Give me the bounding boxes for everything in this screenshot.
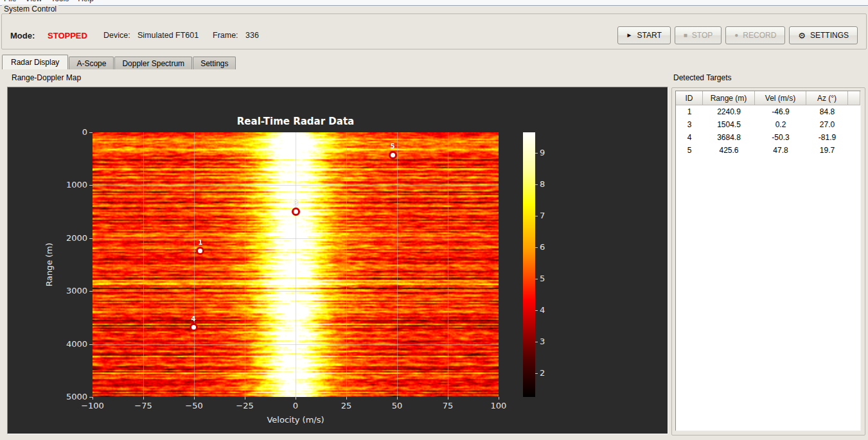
- column-header-range-m-[interactable]: Range (m): [703, 91, 755, 105]
- stop-button: ■STOP: [675, 26, 722, 44]
- target-marker-label: 3: [290, 200, 303, 207]
- x-tick: [499, 397, 499, 400]
- table-row[interactable]: 31504.50.227.0: [676, 118, 860, 131]
- menu-item-file[interactable]: File: [4, 0, 16, 3]
- table-cell: 425.6: [703, 144, 755, 157]
- y-tick: [89, 185, 93, 186]
- table-cell: 19.7: [806, 144, 848, 157]
- settings-button[interactable]: ⚙SETTINGS: [789, 26, 858, 44]
- menu-item-view[interactable]: View: [25, 0, 42, 3]
- mode-label: Mode:: [10, 31, 35, 40]
- x-tick-label: −25: [227, 401, 263, 410]
- target-marker-label: 1: [194, 239, 207, 246]
- tab-settings[interactable]: Settings: [193, 57, 236, 69]
- table-cell: -46.9: [755, 105, 806, 118]
- range-doppler-figure: Real-Time Radar Data Velocity (m/s) Rang…: [7, 87, 668, 434]
- record-icon: ●: [734, 32, 738, 39]
- menu-item-help[interactable]: Help: [78, 0, 94, 3]
- x-tick: [448, 397, 448, 400]
- tab-radar-display[interactable]: Radar Display: [2, 55, 68, 69]
- target-marker-4[interactable]: [190, 323, 198, 331]
- table-body: 12240.9-46.984.831504.50.227.043684.8-50…: [676, 105, 860, 157]
- system-control-group-label: System Control: [2, 4, 58, 13]
- colorbar-tick: [535, 342, 538, 342]
- colorbar-tick: [535, 184, 538, 185]
- table-cell: -50.3: [755, 131, 806, 144]
- x-tick-label: −100: [75, 401, 111, 410]
- x-tick: [397, 397, 398, 400]
- frame-label: Frame:: [213, 31, 238, 40]
- y-tick-label: 2000: [54, 233, 87, 243]
- table-cell: 1: [676, 105, 703, 118]
- y-tick-label: 3000: [54, 286, 87, 295]
- column-header-az-[interactable]: Az (°): [806, 91, 848, 105]
- record-button-label: RECORD: [743, 31, 776, 40]
- table-cell: 2240.9: [703, 105, 755, 118]
- tab-a-scope[interactable]: A-Scope: [69, 57, 114, 69]
- x-tick-label: −50: [176, 401, 212, 410]
- settings-icon: ⚙: [798, 31, 806, 40]
- device-label: Device:: [103, 31, 130, 40]
- colorbar-tick: [535, 247, 538, 248]
- tab-doppler-spectrum[interactable]: Doppler Spectrum: [114, 57, 192, 69]
- x-axis-label: Velocity (m/s): [93, 415, 499, 425]
- colorbar: [523, 132, 535, 397]
- target-marker-5[interactable]: [389, 151, 397, 159]
- table-cell: 5: [676, 144, 703, 157]
- colorbar-tick-label: 6: [540, 242, 545, 252]
- table-cell: 27.0: [806, 118, 848, 131]
- x-tick: [245, 397, 245, 400]
- menu-items: FileViewToolsHelp: [0, 0, 868, 3]
- y-tick: [89, 132, 93, 133]
- column-header-filler: [848, 91, 860, 105]
- y-tick-label: 0: [54, 127, 87, 137]
- y-tick-label: 5000: [54, 392, 87, 401]
- colorbar-tick: [535, 153, 538, 154]
- y-tick: [89, 344, 93, 345]
- table-cell: 47.8: [755, 144, 806, 157]
- y-axis-label: Range (m): [44, 243, 54, 286]
- table-row[interactable]: 12240.9-46.984.8: [676, 105, 860, 118]
- column-header-vel-m-s-[interactable]: Vel (m/s): [755, 91, 806, 105]
- x-tick: [143, 397, 144, 400]
- settings-button-label: SETTINGS: [810, 31, 849, 40]
- start-button[interactable]: ►START: [617, 26, 671, 44]
- table-row[interactable]: 43684.8-50.3-81.9: [676, 131, 860, 144]
- x-tick-label: 75: [430, 401, 466, 410]
- colorbar-tick-label: 3: [540, 337, 545, 346]
- y-tick-label: 1000: [54, 180, 87, 189]
- y-tick: [89, 397, 93, 398]
- table-row[interactable]: 5425.647.819.7: [676, 144, 860, 157]
- table-cell: 3: [676, 118, 703, 131]
- app-window: FileViewToolsHelp System Control Mode: S…: [0, 0, 868, 440]
- stop-button-label: STOP: [692, 31, 713, 40]
- table-cell: -81.9: [806, 131, 848, 144]
- start-icon: ►: [626, 32, 633, 39]
- range-doppler-map-label: Range-Doppler Map: [12, 73, 81, 82]
- start-button-label: START: [637, 31, 662, 40]
- table-cell: 3684.8: [703, 131, 755, 144]
- table-header-row: IDRange (m)Vel (m/s)Az (°): [676, 91, 860, 105]
- stop-icon: ■: [684, 32, 687, 39]
- colorbar-tick: [535, 216, 538, 216]
- y-tick: [89, 291, 93, 292]
- x-tick-label: −75: [125, 401, 161, 410]
- table-cell: 1504.5: [703, 118, 755, 131]
- detected-targets-label: Detected Targets: [673, 73, 732, 82]
- x-tick: [93, 397, 93, 400]
- control-buttons: ►START■STOP●RECORD⚙SETTINGS: [617, 26, 858, 44]
- colorbar-tick-label: 4: [540, 305, 545, 315]
- device-value: Simulated FT601: [137, 31, 199, 40]
- heatmap-canvas: [93, 132, 499, 397]
- menu-bar: FileViewToolsHelp: [0, 0, 868, 6]
- menu-item-tools[interactable]: Tools: [51, 0, 69, 3]
- colorbar-tick-label: 8: [540, 179, 545, 189]
- y-tick-label: 4000: [54, 339, 87, 349]
- column-header-id[interactable]: ID: [676, 91, 703, 105]
- x-tick-label: 25: [328, 401, 364, 410]
- target-marker-label: 5: [386, 143, 399, 150]
- colorbar-tick-label: 2: [540, 368, 545, 378]
- table-cell: 84.8: [806, 105, 848, 118]
- table-cell: 0.2: [755, 118, 806, 131]
- colorbar-tick-label: 9: [540, 148, 545, 157]
